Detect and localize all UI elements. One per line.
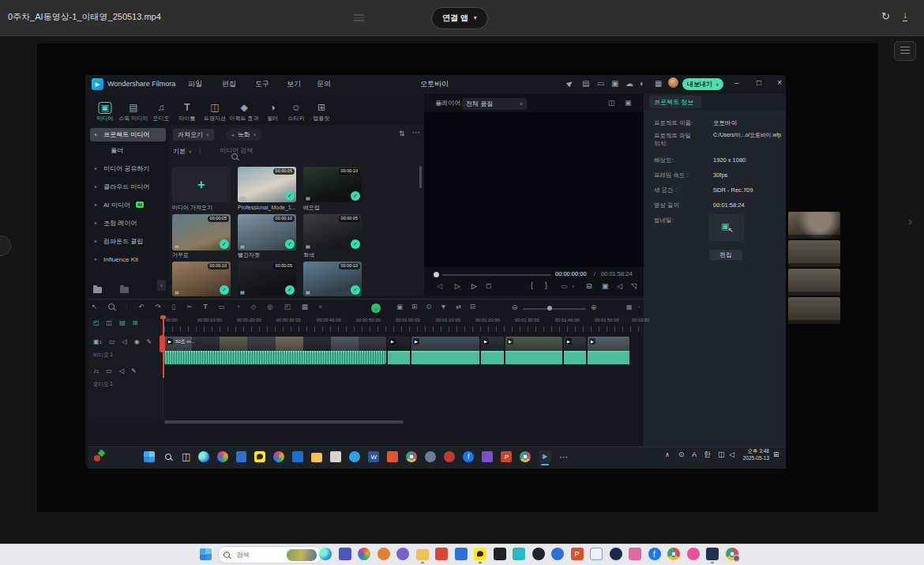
screen-record-icon[interactable]: ▭: [597, 80, 604, 88]
video-preview-area[interactable]: [424, 112, 644, 267]
render-preview-icon[interactable]: ⊟: [470, 303, 475, 311]
effects-icon[interactable]: ⊞: [411, 303, 417, 311]
kakaotalk-icon[interactable]: [474, 548, 486, 560]
folder-icon[interactable]: ▭: [109, 339, 115, 345]
media-item-thumbnail[interactable]: 00:00:05 ▤ ✓: [238, 167, 296, 202]
tab-filters[interactable]: ◑ 필터: [267, 100, 278, 121]
select-tool-icon[interactable]: ↖: [92, 303, 97, 311]
close-button[interactable]: ×: [777, 78, 782, 87]
track-copy-icon[interactable]: ◰: [93, 320, 100, 326]
snapshot-frame-icon[interactable]: ▣: [396, 303, 403, 311]
navy-app-icon[interactable]: [706, 548, 719, 560]
photos-icon[interactable]: [217, 451, 228, 462]
clip-audio-waveform[interactable]: [588, 351, 629, 364]
media-item-thumbnail[interactable]: 00:00:10 ▤ ✓: [238, 214, 296, 250]
teal-chat-app-icon[interactable]: [513, 548, 525, 560]
timeline-clip[interactable]: [164, 337, 386, 351]
host-search-box[interactable]: [218, 546, 322, 563]
undo-icon[interactable]: ↶: [138, 303, 144, 311]
kakaotalk-icon[interactable]: [254, 451, 265, 462]
timeline-clip[interactable]: ▶: [564, 337, 586, 351]
tab-audio[interactable]: ♫ 오디오: [153, 100, 170, 121]
zoom-slider-knob[interactable]: [547, 306, 552, 311]
volume-icon[interactable]: ◁: [617, 283, 622, 290]
teams-icon[interactable]: [339, 548, 351, 560]
export-button[interactable]: 내보내기 ∨: [682, 78, 723, 90]
notes-app-icon[interactable]: [236, 451, 246, 462]
snapshot-icon[interactable]: ▣: [602, 283, 609, 290]
redo-icon[interactable]: ↷: [155, 303, 160, 311]
notification-center-icon[interactable]: ⊞: [773, 451, 779, 458]
blue-disc-app-icon[interactable]: [551, 548, 564, 560]
mark-out-icon[interactable]: }: [545, 282, 547, 289]
tab-transitions[interactable]: ◫ 트랜지션: [204, 100, 226, 121]
seek-bar[interactable]: [442, 274, 551, 276]
sidebar-item-folder[interactable]: 폴더: [111, 148, 123, 154]
timeline-clip[interactable]: ▶: [388, 337, 410, 351]
menu-tools[interactable]: 도구: [255, 81, 269, 88]
mute-track-icon[interactable]: ◁: [122, 339, 126, 345]
obs-icon[interactable]: [532, 548, 545, 560]
tray-display-icon[interactable]: ◫: [718, 451, 725, 458]
zoom-tool-icon[interactable]: [108, 303, 115, 310]
participant-video-thumbnail[interactable]: [788, 297, 840, 324]
host-search-input[interactable]: [235, 550, 282, 559]
timeline-clip[interactable]: ▶: [505, 337, 562, 351]
sidebar-item-shared-media[interactable]: ▸ 미디어 공유하기: [90, 163, 166, 175]
ripple-edit-icon[interactable]: ⇄: [456, 303, 461, 311]
fullscreen-icon[interactable]: ⊟: [586, 283, 592, 290]
voiceover-icon[interactable]: ⊙: [426, 303, 431, 311]
toolbar-more-icon[interactable]: ·: [638, 303, 640, 311]
copy-icon[interactable]: ◰: [284, 303, 291, 311]
task-view-icon[interactable]: ◫: [182, 452, 190, 461]
blue-white-doc-app-icon[interactable]: [590, 548, 603, 560]
purple-ball-app-icon[interactable]: [396, 548, 409, 560]
menu-edit[interactable]: 편집: [222, 81, 236, 88]
black-cam-app-icon[interactable]: [494, 548, 506, 560]
tab-templates[interactable]: ⊞ 템플릿: [314, 100, 330, 121]
timeline-clip[interactable]: ▶: [411, 337, 479, 351]
detach-player-icon[interactable]: ◹: [631, 283, 637, 290]
zoom-in-icon[interactable]: ⊕: [591, 304, 597, 311]
stop-icon[interactable]: □: [486, 283, 490, 290]
media-scrollbar[interactable]: [419, 166, 422, 188]
timeline-ruler[interactable]: 00:00 00:00:10:00 00:00:20:00 00:00:30:0…: [164, 318, 641, 333]
text-tool-icon[interactable]: T: [203, 303, 207, 311]
taskbar-search-icon[interactable]: [165, 454, 171, 460]
search-highlight-thumbnail[interactable]: [287, 549, 317, 561]
purple-note-app-icon[interactable]: [482, 451, 493, 462]
project-thumbnail-box[interactable]: ▣ ↖: [709, 214, 744, 241]
media-search-input[interactable]: [218, 146, 292, 155]
edge-icon[interactable]: [198, 451, 209, 462]
split-view-icon[interactable]: ◫: [608, 100, 615, 107]
menu-help[interactable]: 문의: [317, 81, 331, 88]
powerpoint-icon[interactable]: P: [571, 548, 584, 560]
edit-project-info-button[interactable]: 편집: [709, 250, 742, 260]
participant-video-thumbnail[interactable]: [788, 212, 840, 239]
facebook-icon[interactable]: f: [463, 451, 474, 462]
avatar[interactable]: [668, 77, 678, 88]
media-item-thumbnail[interactable]: 00:00:05 ▤ ✓: [238, 262, 296, 296]
play-from-start-icon[interactable]: ▷: [455, 283, 460, 290]
meeting-menu-button[interactable]: [894, 41, 916, 61]
picture-preview-icon[interactable]: ▣: [625, 100, 632, 107]
layout-icon[interactable]: ▤: [582, 80, 589, 88]
panel-expand-chevron-icon[interactable]: ›: [908, 215, 912, 227]
record-button[interactable]: ● 녹화 ∨: [226, 129, 261, 141]
marker-icon[interactable]: ▼: [440, 303, 446, 311]
more-options-icon[interactable]: ⋯: [412, 129, 420, 137]
restore-button[interactable]: □: [757, 79, 761, 87]
media-item-thumbnail[interactable]: 00:00:10 ▤ ✓: [303, 262, 362, 296]
edge-icon[interactable]: [319, 548, 332, 560]
tray-chevron-up-icon[interactable]: ∧: [665, 452, 670, 458]
clip-audio-waveform[interactable]: [388, 351, 410, 364]
timeline-clip[interactable]: ▶: [481, 337, 504, 351]
save-icon[interactable]: ▣: [611, 80, 618, 88]
pink-square-app-icon[interactable]: [629, 548, 641, 560]
crop-ratio-icon[interactable]: ▭: [561, 283, 568, 290]
red-card-app-icon[interactable]: [435, 548, 448, 560]
clip-audio-waveform[interactable]: [505, 351, 562, 364]
audio-stretch-icon[interactable]: ≈: [319, 303, 323, 311]
menu-view[interactable]: 보기: [287, 81, 301, 88]
tab-effects[interactable]: ◆ 이펙트 효과: [230, 100, 259, 121]
